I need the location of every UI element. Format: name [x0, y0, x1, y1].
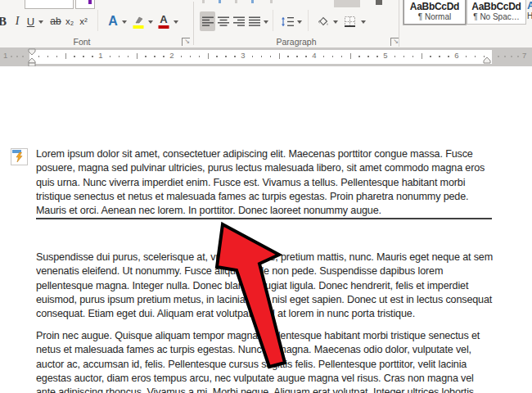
style-normal[interactable]: AaBbCcDd ¶ Normal: [404, 0, 466, 25]
underline-button[interactable]: U: [24, 11, 38, 31]
style-preview: AaBbCcDd: [467, 1, 525, 12]
underline-chevron-icon[interactable]: [38, 20, 43, 24]
font-color-chevron-icon[interactable]: [174, 20, 178, 24]
lightning-bolt-icon: [15, 152, 25, 163]
ruler-half-tick: [137, 53, 138, 59]
paragraph-2[interactable]: Suspendisse dui purus, scelerisque at, v…: [36, 251, 494, 322]
align-center-button[interactable]: [215, 11, 231, 31]
line-spacing-icon: [281, 16, 294, 27]
paragraph-group-label: Paragraph: [264, 37, 329, 47]
autocorrect-options-button[interactable]: [11, 148, 28, 165]
shading-button[interactable]: [314, 11, 331, 31]
ruler-dot-tick: [199, 56, 201, 57]
ruler-inch-number: 3: [241, 51, 245, 60]
style-heading-preview-partial[interactable]: A: [527, 0, 532, 11]
ruler-dot-tick: [430, 56, 431, 57]
horizontal-line-border[interactable]: [36, 218, 492, 219]
ruler-dot-tick: [252, 56, 254, 57]
italic-button[interactable]: I: [10, 11, 25, 31]
align-right-icon: [233, 16, 245, 26]
ruler-left-margin-number: 1: [3, 51, 7, 60]
text-effects-chevron-icon[interactable]: [122, 20, 127, 24]
bold-label: B: [0, 15, 7, 29]
ruler-dot-tick: [475, 56, 476, 57]
highlight-color-bar: [133, 25, 144, 29]
ruler-margin-dot: [498, 56, 499, 57]
hanging-indent-marker: [29, 58, 35, 63]
font-size-box-fragment: [25, 0, 74, 9]
borders-chevron-icon[interactable]: [361, 20, 366, 24]
ruler-right-margin-number: 7: [522, 51, 526, 60]
align-left-icon: [202, 16, 214, 26]
document-canvas[interactable]: Lorem ipsum dolor sit amet, consectetuer…: [0, 66, 532, 393]
ruler-dot-tick: [234, 56, 236, 57]
line-spacing-button[interactable]: [278, 11, 295, 31]
text-effects-icon: A: [108, 14, 118, 29]
justify-button[interactable]: [246, 11, 262, 31]
ruler-inch-number: 5: [383, 51, 387, 60]
line-spacing-chevron-icon[interactable]: [297, 20, 302, 24]
italic-label: I: [16, 15, 20, 28]
right-indent-marker[interactable]: [482, 56, 492, 64]
ruler-inch-number: 2: [169, 51, 174, 60]
ruler-margin-dot: [22, 56, 24, 57]
align-right-button[interactable]: [231, 11, 246, 31]
highlight-chevron-icon[interactable]: [148, 20, 153, 24]
font-color-button[interactable]: A: [156, 11, 172, 31]
shading-chevron-icon[interactable]: [333, 20, 338, 24]
style-heading-label-partial: H: [527, 11, 532, 20]
partial-icon-fragment: [270, 0, 273, 3]
paragraph-dialog-launcher[interactable]: ↘: [390, 38, 399, 46]
word-window: B I U ab x₂ x² A: [0, 0, 532, 393]
ruler-dot-tick: [92, 56, 93, 57]
font-group-label: Font: [49, 37, 115, 47]
highlight-button[interactable]: [130, 11, 147, 31]
pressed-button-fragment: [334, 0, 360, 7]
ruler-dot-tick: [128, 56, 129, 57]
divider: [273, 10, 273, 31]
font-color-letter: A: [160, 13, 167, 25]
text-effects-button[interactable]: A: [105, 11, 121, 31]
bottom-border-icon: [345, 16, 355, 27]
partial-icon-fragment: [219, 0, 221, 3]
partial-icon-fragment: [202, 0, 205, 3]
ruler-margin-dot: [16, 56, 18, 57]
ruler-dot-tick: [216, 56, 218, 57]
ruler-dot-tick: [119, 56, 120, 57]
align-center-icon: [218, 16, 229, 26]
ruler-dot-tick: [394, 56, 396, 57]
ruler-margin-dot: [511, 56, 512, 57]
ruler-dot-tick: [358, 56, 360, 57]
paragraph-1[interactable]: Lorem ipsum dolor sit amet, consectetuer…: [36, 147, 494, 219]
ruler-dot-tick: [323, 56, 325, 57]
paragraph-3[interactable]: Proin nec augue. Quisque aliquam tempor …: [36, 329, 494, 393]
font-color-bar: [159, 25, 169, 29]
horizontal-ruler[interactable]: 123456 1 7: [0, 47, 532, 66]
superscript-button[interactable]: x²: [76, 11, 91, 31]
ruler-dot-tick: [404, 56, 405, 57]
indent-markers[interactable]: [26, 47, 38, 66]
grow-font-fragment: [75, 0, 95, 9]
strikethrough-label: ab: [50, 16, 61, 27]
sort-icon-fragment: [376, 0, 382, 5]
style-label: ¶ No Spac…: [467, 12, 525, 21]
ruler-dot-tick: [190, 56, 192, 57]
ruler-half-tick: [422, 53, 422, 59]
ruler-dot-tick: [296, 56, 298, 57]
borders-button[interactable]: [341, 11, 358, 31]
justify-chevron-icon[interactable]: [264, 20, 268, 24]
partial-icon-fragment: [88, 0, 92, 4]
justify-icon: [249, 16, 260, 26]
style-no-spacing[interactable]: AaBbCcDd ¶ No Spac…: [467, 0, 526, 25]
first-line-indent-marker: [29, 49, 35, 55]
font-dialog-launcher[interactable]: ↘: [182, 38, 190, 46]
align-left-button[interactable]: [200, 11, 215, 31]
style-label: ¶ Normal: [404, 12, 465, 21]
ruler-inch-number: 6: [454, 51, 458, 60]
ruler-dot-tick: [376, 56, 378, 57]
ruler-dot-tick: [332, 56, 334, 57]
ruler-half-tick: [208, 53, 209, 59]
subscript-button[interactable]: x₂: [62, 11, 77, 31]
ruler-dot-tick: [47, 56, 49, 57]
ruler-dot-tick: [225, 56, 227, 57]
